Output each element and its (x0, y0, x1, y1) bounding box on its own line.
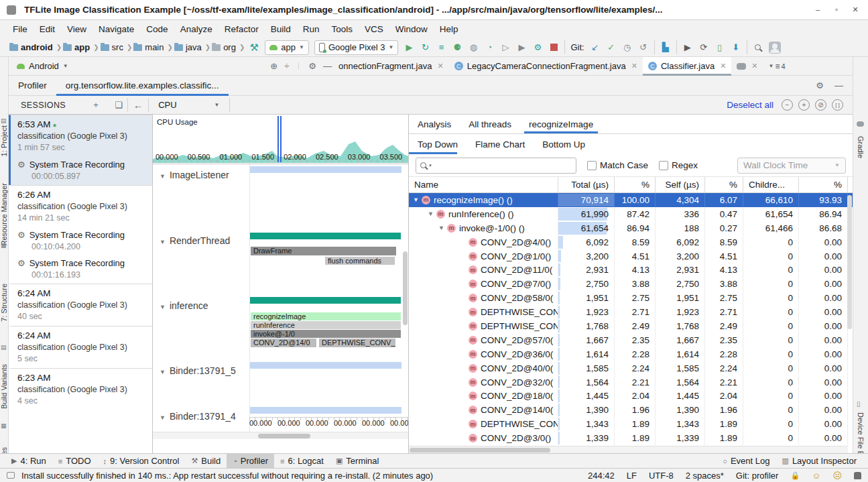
apply-code-changes-icon[interactable]: ≡ (433, 40, 449, 55)
table-row[interactable]: ▼minvoke@-1/0() () 61,654 86.94 188 0.27… (409, 221, 853, 235)
breadcrumb-src[interactable]: src (101, 42, 123, 52)
menu-item[interactable]: Help (434, 22, 464, 36)
encoding-indicator[interactable]: UTF-8 (649, 471, 674, 481)
trace-event-bar[interactable]: runInference (251, 321, 401, 329)
sdk-manager-icon[interactable]: ⬇ (728, 40, 744, 55)
thread-lane-label[interactable]: ▼ImageListener (160, 170, 229, 180)
table-header-cell[interactable]: % (799, 177, 848, 192)
table-row[interactable]: mCONV_2D@40/0( 1,585 2.24 1,585 2.24 0 0… (409, 361, 853, 375)
table-row[interactable]: mCONV_2D@11/0( 2,931 4.13 2,931 4.13 0 0… (409, 263, 853, 277)
tool-window-button[interactable]: ▶ 4: Run (5, 454, 52, 469)
trace-event-bar[interactable] (250, 407, 401, 414)
collapse-triangle-icon[interactable]: ▼ (160, 239, 166, 245)
hide-panel-icon[interactable]: — (323, 61, 332, 71)
git-history-icon[interactable]: ◷ (619, 40, 635, 55)
close-tab-icon[interactable]: ✕ (720, 62, 726, 70)
git-rollback-icon[interactable]: ↺ (635, 40, 652, 55)
timeline-horizontal-scrollbar[interactable] (153, 432, 409, 439)
tool-window-button[interactable]: ↕ 9: Version Control (97, 454, 186, 469)
tab-profiler[interactable]: Profiler (9, 76, 56, 96)
editor-tab[interactable]: onnectionFragment.java✕ (338, 57, 449, 76)
tool-window-button[interactable]: ◔ Profiler (227, 454, 274, 469)
trace-event-bar[interactable] (250, 297, 401, 304)
trace-event-bar[interactable]: flush commands (325, 257, 395, 265)
menu-item[interactable]: File (7, 22, 34, 36)
status-message[interactable]: Install successfully finished in 140 ms.… (21, 471, 433, 481)
menu-item[interactable]: Window (389, 22, 434, 36)
table-row[interactable]: mCONV_2D@57/0( 1,667 2.35 1,667 2.35 0 0… (409, 333, 853, 347)
menu-item[interactable]: VCS (359, 22, 389, 36)
thread-lane-label[interactable]: ▼Binder:13791_4 (160, 411, 236, 422)
stop-session-icon[interactable] (103, 100, 111, 110)
session-list-item[interactable]: 6:26 AM classification (Google Pixel 3) … (9, 185, 152, 227)
analysis-tab[interactable]: All threads (460, 115, 520, 133)
tool-button-project[interactable]: 1: Project (0, 125, 8, 156)
breadcrumb-org[interactable]: org (212, 42, 236, 52)
table-row[interactable]: ▼mrecognizeImage() () 70,914 100.00 4,30… (409, 193, 853, 207)
maximize-button[interactable]: ▫ (832, 5, 841, 14)
coverage-icon[interactable]: ◍ (465, 40, 481, 55)
match-case-checkbox[interactable]: Match Case (587, 160, 648, 170)
cpu-usage-chart[interactable]: CPU Usage 00.00000.50001.00001.50002.000… (153, 115, 409, 164)
expand-arrow-icon[interactable]: ▼ (438, 225, 447, 231)
search-box[interactable]: ▼ (416, 158, 576, 174)
table-header-cell[interactable]: Name (409, 177, 558, 192)
table-header-cell[interactable]: Self (µs) (656, 177, 705, 192)
trace-event-bar[interactable]: invoke@-1/0 (251, 330, 401, 338)
clock-type-dropdown[interactable]: Wall Clock Time▼ (737, 158, 846, 174)
trace-event-bar[interactable] (250, 166, 401, 173)
tab-profiler-session[interactable]: org.tensorflow.lite.examples.classific..… (56, 76, 229, 96)
trace-event-bar[interactable] (250, 362, 401, 369)
sad-face-icon[interactable]: ☹ (832, 471, 842, 481)
trace-event-bar[interactable]: recognizeImage (251, 312, 401, 320)
profiler-settings-gear-icon[interactable]: ⚙ (816, 80, 824, 91)
table-row[interactable]: ▼mrunInference() () 61,990 87.42 336 0.4… (409, 207, 853, 221)
make-project-hammer-icon[interactable]: ⚒ (246, 40, 262, 55)
trace-event-bar[interactable]: CONV_2D@14/0 (251, 339, 316, 347)
table-row[interactable]: mCONV_2D@7/0() 2,750 3.88 2,750 3.88 0 0… (409, 277, 853, 291)
attach-profiler-icon[interactable]: ▶ (513, 40, 530, 55)
table-row[interactable]: mCONV_2D@14/0( 1,390 1.96 1,390 1.96 0 0… (409, 403, 853, 417)
hide-profiler-icon[interactable]: — (834, 80, 843, 91)
table-header-cell[interactable]: % (705, 177, 743, 192)
thread-lane-label[interactable]: ▼RenderThread (160, 235, 230, 246)
event-log-button[interactable]: ○Event Log (717, 454, 776, 469)
happy-face-icon[interactable]: ☺ (812, 471, 820, 481)
device-dropdown[interactable]: Google Pixel 3▼ (314, 40, 398, 55)
project-view-selector[interactable]: Android (29, 61, 59, 71)
table-header-cell[interactable]: % (615, 177, 656, 192)
line-ending-indicator[interactable]: LF (627, 471, 637, 481)
tool-button-gradle[interactable]: Gradle (857, 136, 865, 158)
menu-item[interactable]: Analyze (174, 22, 219, 36)
expand-arrow-icon[interactable]: ▼ (413, 196, 422, 203)
thread-lane-label[interactable]: ▼Binder:13791_5 (160, 365, 236, 376)
apply-changes-icon[interactable]: ↻ (417, 40, 433, 55)
trace-event-bar[interactable] (250, 233, 401, 239)
session-list-item[interactable]: ⚙System Trace Recording 00:00:05.897 (9, 157, 152, 185)
table-vertical-scrollbar[interactable] (847, 195, 852, 329)
layout-inspector-button[interactable]: ▥Layout Inspector (776, 454, 863, 469)
table-row[interactable]: mCONV_2D@1/0() 3,200 4.51 3,200 4.51 0 0… (409, 249, 853, 263)
menu-item[interactable]: Build (265, 22, 297, 36)
inspections-profile-icon[interactable] (854, 472, 861, 479)
sync-run-icon[interactable]: ⚙ (530, 40, 546, 55)
analysis-tab[interactable]: recognizeImage (520, 115, 602, 133)
search-history-arrow-icon[interactable]: ▼ (428, 164, 432, 168)
git-branch-indicator[interactable]: Git: profiler (736, 471, 779, 481)
collapse-triangle-icon[interactable]: ▼ (160, 414, 166, 421)
table-horizontal-scrollbar[interactable] (409, 446, 848, 453)
session-list-item[interactable]: 6:24 AM classification (Google Pixel 3) … (9, 284, 152, 326)
editor-tab[interactable]: C LegacyCameraConnectionFragment.java✕ (449, 57, 643, 76)
search-input[interactable] (434, 160, 572, 170)
table-row[interactable]: mCONV_2D@36/0( 1,614 2.28 1,614 2.28 0 0… (409, 347, 853, 361)
editor-tab-selected[interactable]: C Classifier.java✕ (643, 57, 731, 76)
selection-marker-line[interactable] (280, 116, 282, 162)
session-list-item[interactable]: ⚙System Trace Recording 00:01:16.193 (9, 255, 152, 284)
caret-position[interactable]: 244:42 (588, 471, 615, 481)
debug-icon[interactable]: ⚈ (449, 40, 465, 55)
menu-item[interactable]: Tools (326, 22, 359, 36)
close-tab-icon[interactable]: ✕ (437, 62, 443, 70)
git-update-icon[interactable]: ↙ (587, 40, 603, 55)
analysis-subtab[interactable]: Top Down (409, 134, 467, 154)
zoom-out-icon[interactable]: − (782, 99, 793, 111)
